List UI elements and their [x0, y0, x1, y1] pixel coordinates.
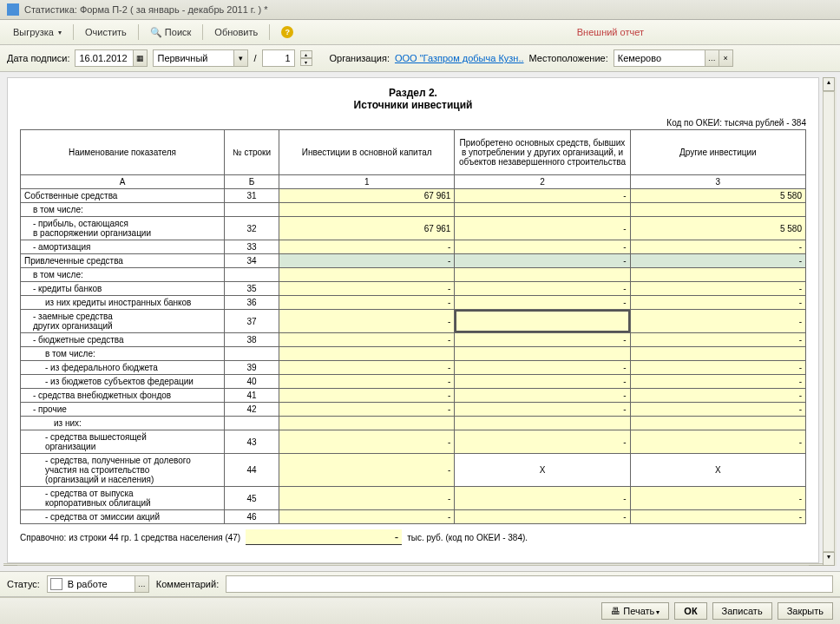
- search-button[interactable]: 🔍Поиск: [142, 23, 199, 42]
- row-name: - из бюджетов субъектов федерации: [21, 375, 225, 389]
- row-name: - прочие: [21, 403, 225, 417]
- data-cell[interactable]: -: [279, 487, 455, 510]
- data-cell: -: [455, 254, 630, 268]
- data-cell[interactable]: -: [455, 217, 630, 240]
- data-cell[interactable]: -: [630, 375, 805, 389]
- report-type-select[interactable]: ▾: [153, 49, 248, 67]
- data-cell[interactable]: -: [630, 296, 805, 310]
- location-label: Местоположение:: [529, 53, 608, 63]
- data-cell[interactable]: 67 961: [279, 217, 455, 240]
- document-area: Раздел 2. Источники инвестиций Код по ОК…: [0, 72, 840, 571]
- data-cell[interactable]: -: [279, 403, 455, 417]
- external-report-label: Внешний отчет: [577, 27, 644, 37]
- title-bar: Статистика: Форма П-2 ( за январь - дека…: [0, 0, 840, 20]
- data-cell[interactable]: -: [630, 403, 805, 417]
- row-name: - амортизация: [21, 240, 225, 254]
- row-name: из них кредиты иностранных банков: [21, 296, 225, 310]
- data-cell[interactable]: -: [279, 454, 455, 487]
- row-name: - средства вышестоящейорганизации: [21, 430, 225, 454]
- data-cell[interactable]: -: [630, 282, 805, 296]
- params-bar: Дата подписи: ▦ ▾ / ▴▾ Организация: ООО …: [0, 45, 840, 72]
- clear-button[interactable]: Очистить: [77, 23, 135, 41]
- report-number-input[interactable]: [262, 49, 295, 67]
- col-header: Приобретено основных средств, бывших в у…: [455, 130, 630, 175]
- sign-date-label: Дата подписи:: [7, 53, 69, 63]
- data-cell[interactable]: -: [630, 361, 805, 375]
- data-cell[interactable]: -: [630, 240, 805, 254]
- col-header: Другие инвестиции: [630, 130, 805, 175]
- window-title: Статистика: Форма П-2 ( за январь - дека…: [24, 4, 268, 15]
- data-cell[interactable]: -: [455, 403, 630, 417]
- section-subtitle: Источники инвестиций: [20, 99, 806, 111]
- location-input[interactable]: … ×: [614, 49, 733, 67]
- col-header: № строки: [225, 130, 279, 175]
- sign-date-input[interactable]: ▦: [75, 49, 148, 67]
- ok-button[interactable]: ОК: [674, 602, 706, 620]
- data-cell[interactable]: -: [630, 510, 805, 524]
- data-cell[interactable]: -: [455, 389, 630, 403]
- col-header: Наименование показателя: [21, 130, 225, 175]
- save-button[interactable]: Записать: [712, 602, 772, 620]
- data-cell[interactable]: -: [630, 310, 805, 333]
- data-cell[interactable]: -: [455, 282, 630, 296]
- row-name: - прибыль, остающаясяв распоряжении орга…: [21, 217, 225, 240]
- print-button[interactable]: Печать: [601, 602, 669, 620]
- org-link[interactable]: ООО "Газпром добыча Кузн..: [395, 53, 524, 63]
- toolbar: Выгрузка Очистить 🔍Поиск Обновить ? Внеш…: [0, 20, 840, 45]
- data-cell[interactable]: -: [455, 375, 630, 389]
- comment-label: Комментарий:: [156, 579, 219, 589]
- data-cell[interactable]: -: [455, 430, 630, 454]
- ellipsis-icon[interactable]: …: [135, 576, 148, 592]
- close-button[interactable]: Закрыть: [778, 602, 833, 620]
- data-cell[interactable]: -: [279, 430, 455, 454]
- status-icon: [50, 578, 62, 590]
- data-cell[interactable]: -: [455, 189, 630, 203]
- data-cell[interactable]: -: [630, 487, 805, 510]
- bottom-bar: Печать ОК Записать Закрыть: [0, 597, 840, 624]
- data-cell[interactable]: 67 961: [279, 189, 455, 203]
- data-cell[interactable]: -: [630, 333, 805, 347]
- row-name: - кредиты банков: [21, 282, 225, 296]
- comment-input[interactable]: [226, 575, 833, 593]
- data-cell[interactable]: -: [455, 296, 630, 310]
- search-icon: 🔍: [150, 27, 162, 38]
- refresh-button[interactable]: Обновить: [207, 23, 266, 41]
- data-cell[interactable]: 5 580: [630, 189, 805, 203]
- data-cell[interactable]: -: [279, 375, 455, 389]
- data-cell[interactable]: -: [279, 510, 455, 524]
- data-cell[interactable]: -: [279, 282, 455, 296]
- data-cell[interactable]: -: [279, 296, 455, 310]
- data-cell[interactable]: -: [630, 389, 805, 403]
- data-cell[interactable]: -: [279, 389, 455, 403]
- help-button[interactable]: ?: [273, 23, 301, 42]
- row-name: - из федерального бюджета: [21, 361, 225, 375]
- data-cell[interactable]: -: [279, 310, 455, 333]
- footnote: Справочно: из строки 44 гр. 1 средства н…: [20, 529, 806, 545]
- horizontal-scrollbar[interactable]: ◂▸: [3, 563, 823, 566]
- vertical-scrollbar[interactable]: ▴▾: [823, 77, 837, 566]
- app-icon: [7, 3, 19, 16]
- data-cell[interactable]: -: [455, 487, 630, 510]
- dropdown-icon[interactable]: ▾: [233, 50, 247, 66]
- data-cell[interactable]: 5 580: [630, 217, 805, 240]
- number-spinner[interactable]: ▴▾: [300, 50, 312, 66]
- okei-label: Код по ОКЕИ: тысяча рублей - 384: [20, 118, 806, 128]
- data-cell[interactable]: -: [455, 333, 630, 347]
- section-title: Раздел 2.: [20, 87, 806, 99]
- data-cell[interactable]: -: [455, 240, 630, 254]
- data-cell[interactable]: -: [455, 361, 630, 375]
- data-cell[interactable]: -: [630, 430, 805, 454]
- export-button[interactable]: Выгрузка: [5, 23, 69, 41]
- calendar-icon[interactable]: ▦: [133, 50, 147, 66]
- data-cell[interactable]: -: [455, 510, 630, 524]
- ellipsis-icon[interactable]: …: [705, 50, 719, 66]
- footnote-input[interactable]: [246, 529, 402, 545]
- status-select[interactable]: …: [47, 575, 149, 593]
- status-label: Статус:: [7, 579, 40, 589]
- data-cell[interactable]: -: [279, 240, 455, 254]
- data-cell[interactable]: -: [279, 333, 455, 347]
- clear-icon[interactable]: ×: [719, 50, 732, 66]
- data-table: Наименование показателя № строки Инвести…: [20, 129, 806, 524]
- data-cell[interactable]: -: [279, 361, 455, 375]
- help-icon: ?: [281, 26, 293, 38]
